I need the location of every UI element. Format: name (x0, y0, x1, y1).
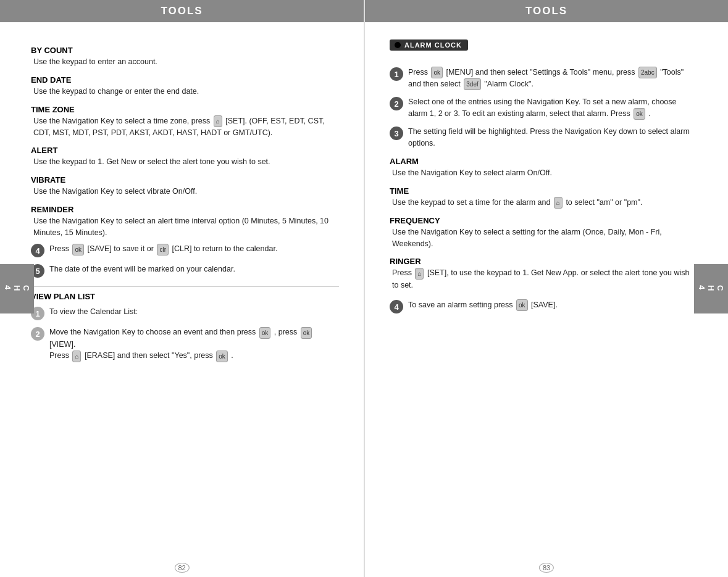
right-page: TOOLS ALARM CLOCK 1 Press ok [MENU] and … (365, 0, 728, 577)
section-reminder-body: Use the Navigation Key to select an aler… (31, 215, 339, 239)
step-4: 4 Press ok [SAVE] to save it or clr [CLR… (31, 243, 339, 257)
erase-icon: ⌂ (72, 351, 81, 362)
alarm-clock-label: ALARM CLOCK (404, 41, 462, 49)
vpl-step-2-circle: 2 (31, 327, 44, 341)
right-step-2-text: Select one of the entries using the Navi… (408, 96, 697, 120)
section-reminder-title: REMINDER (31, 205, 339, 214)
ok-icon-2: ok (301, 327, 312, 339)
view-plan-list-title: VIEW PLAN LIST (31, 286, 339, 301)
vpl-step-1-text: To view the Calendar List: (49, 306, 138, 318)
subsec-ringer-body: Press ⌂ [SET], to use the keypad to 1. G… (390, 267, 697, 291)
set-button-icon: ⌂ (214, 115, 222, 127)
subsec-frequency-title: FREQUENCY (390, 216, 697, 225)
vpl-step-2-text: Move the Navigation Key to choose an eve… (49, 326, 339, 362)
subsec-time-title: TIME (390, 186, 697, 196)
vpl-step-2: 2 Move the Navigation Key to choose an e… (31, 326, 339, 362)
subsec-ringer-title: RINGER (390, 257, 697, 266)
am-pm-icon: ⌂ (554, 197, 563, 209)
section-alert-title: ALERT (31, 146, 339, 155)
section-time-zone-title: TIME ZONE (31, 105, 339, 114)
right-step-1: 1 Press ok [MENU] and then select "Setti… (390, 67, 697, 90)
section-by-count-body: Use the keypad to enter an account. (31, 56, 339, 68)
left-page: TOOLS BY COUNT Use the keypad to enter a… (0, 0, 364, 577)
section-alert-body: Use the keypad to 1. Get New or select t… (31, 156, 339, 168)
right-step-4: 4 To save an alarm setting press ok [SAV… (390, 299, 697, 313)
right-content: ALARM CLOCK 1 Press ok [MENU] and then s… (365, 32, 728, 326)
alarm-icon: 3def (464, 78, 480, 90)
tools-icon: 2abc (638, 67, 657, 78)
left-content: BY COUNT Use the keypad to enter an acco… (0, 32, 364, 375)
section-vibrate-title: VIBRATE (31, 175, 339, 185)
step-4-text: Press ok [SAVE] to save it or clr [CLR] … (49, 243, 277, 255)
ch4-tab-right: CH4 (694, 264, 728, 313)
page-num-83: 83 (539, 563, 554, 573)
ok-icon-3: ok (216, 351, 228, 362)
section-end-date-title: END DATE (31, 75, 339, 85)
right-step-2: 2 Select one of the entries using the Na… (390, 96, 697, 120)
right-step-1-circle: 1 (390, 67, 403, 81)
right-step-3: 3 The setting field will be highlighted.… (390, 126, 697, 149)
alarm-dot (395, 42, 401, 48)
ok-btn-2: ok (634, 108, 645, 120)
ok-icon-1: ok (259, 327, 271, 339)
right-step-3-circle: 3 (390, 127, 403, 140)
right-header: TOOLS (365, 0, 728, 22)
step-4-circle: 4 (31, 244, 44, 257)
step-5: 5 The date of the event will be marked o… (31, 264, 339, 278)
subsec-alarm-title: ALARM (390, 157, 697, 166)
subsec-time-body: Use the keypad to set a time for the ala… (390, 197, 697, 209)
section-end-date-body: Use the keypad to change or enter the en… (31, 86, 339, 98)
page-num-82: 82 (174, 563, 189, 573)
right-step-4-text: To save an alarm setting press ok [SAVE]… (408, 299, 558, 311)
section-vibrate-body: Use the Navigation Key to select vibrate… (31, 186, 339, 197)
clr-icon: clr (157, 244, 169, 255)
left-header: TOOLS (0, 0, 364, 22)
section-time-zone-body: Use the Navigation Key to select a time … (31, 115, 339, 139)
right-step-3-text: The setting field will be highlighted. P… (408, 126, 697, 149)
right-page-number: 83 (539, 563, 554, 572)
subsec-frequency-body: Use the Navigation Key to select a setti… (390, 226, 697, 250)
right-step-1-text: Press ok [MENU] and then select "Setting… (408, 67, 697, 90)
section-by-count-title: BY COUNT (31, 46, 339, 55)
subsec-alarm-body: Use the Navigation Key to select alarm O… (390, 167, 697, 179)
save-ok-icon: ok (516, 299, 528, 311)
ok-icon-save: ok (72, 244, 84, 255)
set-icon-ringer: ⌂ (415, 268, 424, 280)
ch4-tab-left: CH4 (0, 264, 34, 313)
right-step-2-circle: 2 (390, 97, 403, 110)
alarm-clock-section: ALARM CLOCK (390, 38, 697, 59)
step-5-text: The date of the event will be marked on … (49, 264, 235, 275)
right-step-4-circle: 4 (390, 300, 403, 313)
vpl-step-1: 1 To view the Calendar List: (31, 306, 339, 320)
left-page-number: 82 (174, 563, 189, 572)
menu-icon: ok (431, 67, 443, 78)
alarm-clock-badge: ALARM CLOCK (390, 39, 468, 51)
